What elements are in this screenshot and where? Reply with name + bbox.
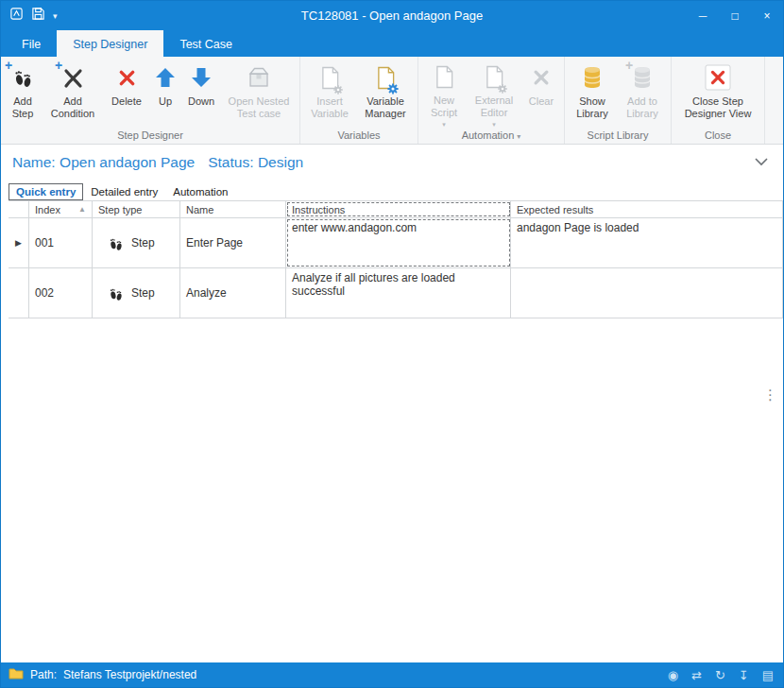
sort-ascending-icon: ▲ <box>78 205 86 214</box>
status-network-icon[interactable]: ⇄ <box>691 668 702 682</box>
group-label-script-library: Script Library <box>568 128 668 145</box>
close-button[interactable]: × <box>751 1 783 30</box>
name-label: Name: <box>12 154 56 171</box>
document-header: Name: Open andagon Page Status: Design <box>1 145 783 180</box>
ribbon-group-close: Close Step Designer View Close <box>672 57 765 144</box>
tab-detailed-entry[interactable]: Detailed entry <box>83 183 165 200</box>
save-icon[interactable] <box>31 7 45 25</box>
row-selector-cell[interactable]: ▶ <box>9 218 29 267</box>
plus-badge-icon: + <box>5 59 12 72</box>
clear-button: Clear <box>521 58 561 128</box>
path-label: Path: <box>30 668 57 681</box>
status-refresh-icon[interactable]: ↻ <box>715 668 725 682</box>
document-gear-icon <box>376 62 396 93</box>
plus-badge-icon: + <box>625 59 633 72</box>
up-arrow-icon <box>155 62 176 93</box>
row-selector-cell[interactable] <box>9 268 29 318</box>
tab-test-case[interactable]: Test Case <box>163 30 248 57</box>
group-launcher-icon[interactable]: ▾ <box>517 132 520 141</box>
up-button[interactable]: Up <box>149 58 181 128</box>
cell-step-type[interactable]: Step <box>93 268 180 318</box>
grid-header-selector <box>9 201 29 217</box>
table-row[interactable]: 002 Step Analyze Analyze if all pictures… <box>9 268 783 318</box>
footprints-icon <box>107 234 125 252</box>
tab-automation[interactable]: Automation <box>165 183 235 200</box>
tab-file[interactable]: File <box>6 30 57 57</box>
grid-header-row: Index ▲ Step type Name Instructions Expe… <box>9 200 783 218</box>
delete-icon <box>117 62 137 93</box>
column-header-index[interactable]: Index ▲ <box>29 201 93 217</box>
delete-button[interactable]: Delete <box>104 58 149 128</box>
group-label-close: Close <box>674 128 761 145</box>
group-label-variables: Variables <box>303 128 415 145</box>
database-icon <box>581 62 604 93</box>
tab-step-designer[interactable]: Step Designer <box>57 30 163 57</box>
cell-name[interactable]: Enter Page <box>180 218 286 267</box>
ribbon: + Add Step + Add Condition D <box>1 57 783 145</box>
path-value: Stefans Testprojekt/nested <box>63 668 196 681</box>
maximize-button[interactable]: □ <box>719 1 751 30</box>
quick-access-dropdown-icon[interactable]: ▾ <box>53 11 58 21</box>
down-button[interactable]: Down <box>181 58 221 128</box>
status-bar: Path: Stefans Testprojekt/nested ◉ ⇄ ↻ ↧… <box>1 662 783 687</box>
status-value: Design <box>258 154 303 171</box>
cell-index[interactable]: 002 <box>29 268 93 318</box>
column-header-name[interactable]: Name <box>180 201 286 217</box>
show-library-button[interactable]: Show Library <box>568 58 617 128</box>
document-gear-icon <box>320 62 340 93</box>
window-title: TC128081 - Open andagon Page <box>1 9 783 23</box>
table-row[interactable]: ▶ 001 Step Enter Page enter www.andagon.… <box>9 218 783 268</box>
column-header-instructions[interactable]: Instructions <box>286 201 511 217</box>
cell-expected-results[interactable]: andagon Page is loaded <box>511 218 783 267</box>
add-condition-icon: + <box>60 62 85 93</box>
clear-x-icon <box>532 62 551 93</box>
open-nested-testcase-button: Open Nested Test case <box>221 58 297 128</box>
entry-tab-bar: Quick entry Detailed entry Automation <box>1 180 783 200</box>
overflow-handle-icon[interactable]: ⋮ <box>759 385 781 405</box>
external-editor-button: External Editor ▾ <box>467 58 521 128</box>
cell-expected-results[interactable] <box>511 268 783 318</box>
minimize-button[interactable]: ─ <box>687 1 719 30</box>
cell-name[interactable]: Analyze <box>180 268 286 318</box>
column-header-step-type[interactable]: Step type <box>93 201 180 217</box>
step-grid: Index ▲ Step type Name Instructions Expe… <box>9 200 783 318</box>
status-download-icon[interactable]: ↧ <box>739 668 749 682</box>
add-to-library-button: + Add to Library <box>617 58 668 128</box>
document-gear-icon <box>485 62 504 92</box>
package-icon <box>247 62 271 93</box>
column-header-expected-results[interactable]: Expected results <box>511 201 783 217</box>
down-arrow-icon <box>191 62 212 93</box>
ribbon-group-step-designer: + Add Step + Add Condition D <box>1 57 300 144</box>
database-add-icon: + <box>631 62 654 93</box>
tab-quick-entry[interactable]: Quick entry <box>9 183 83 200</box>
group-label-automation: Automation▾ <box>421 128 561 145</box>
ribbon-group-variables: Insert Variable Variable Manager Variabl… <box>300 57 418 144</box>
current-row-marker-icon: ▶ <box>15 238 22 248</box>
content-filler: ⋮ <box>1 318 783 662</box>
plus-badge-icon: + <box>55 59 62 72</box>
app-icon[interactable] <box>9 7 24 25</box>
group-label-step-designer: Step Designer <box>4 128 297 145</box>
testcase-name: Open andagon Page <box>60 154 195 171</box>
cell-instructions[interactable]: Analyze if all pictures are loaded succe… <box>286 268 511 318</box>
insert-variable-button: Insert Variable <box>303 58 356 128</box>
new-script-button: New Script ▾ <box>421 58 467 128</box>
cell-step-type[interactable]: Step <box>93 218 180 267</box>
cell-index[interactable]: 001 <box>29 218 93 267</box>
close-x-icon <box>704 62 732 93</box>
status-info-icon[interactable]: ◉ <box>668 668 678 682</box>
ribbon-group-automation: New Script ▾ External Editor ▾ Clear <box>418 57 565 144</box>
add-step-icon: + <box>10 62 35 93</box>
cell-instructions[interactable]: enter www.andagon.com <box>286 218 511 267</box>
status-label: Status: <box>208 154 253 171</box>
document-icon <box>435 62 454 92</box>
close-step-designer-view-button[interactable]: Close Step Designer View <box>674 58 761 128</box>
collapse-chevron-icon[interactable] <box>751 154 772 170</box>
add-condition-button[interactable]: + Add Condition <box>42 58 104 128</box>
variable-manager-button[interactable]: Variable Manager <box>356 58 415 128</box>
folder-icon <box>9 667 24 682</box>
ribbon-group-script-library: Show Library + Add to Library Script Lib… <box>565 57 672 144</box>
footprints-icon <box>107 284 125 302</box>
add-step-button[interactable]: + Add Step <box>4 58 42 128</box>
status-log-icon[interactable]: ▤ <box>762 668 774 682</box>
